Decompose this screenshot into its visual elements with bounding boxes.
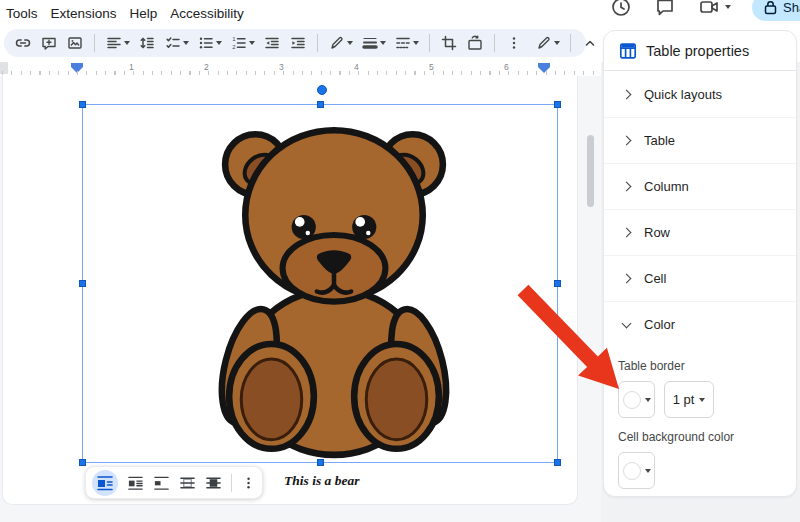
bulleted-list-caret-icon [216,41,222,45]
chevron-right-icon [622,136,632,146]
left-indent-marker[interactable] [71,63,83,73]
image-selection-box [82,104,558,463]
chevron-right-icon [622,274,632,284]
cell-background-color-picker[interactable] [618,452,655,489]
selection-handle-middle-right[interactable] [554,280,561,287]
wrap-more-options-kebab-icon[interactable] [241,474,256,492]
add-comment-icon[interactable] [38,32,60,54]
right-indent-marker[interactable] [538,63,550,73]
in-front-of-text-icon[interactable] [205,474,222,492]
meet-caret-icon[interactable] [725,5,731,9]
menu-extensions[interactable]: Extensions [51,6,117,21]
selection-handle-top-center[interactable] [317,101,324,108]
color-section-content: Table border 1 pt Cell background color [604,359,796,489]
vertical-scrollbar[interactable] [587,135,594,207]
bulleted-list-icon[interactable] [195,32,224,54]
border-color-caret-icon [347,41,353,45]
ruler-mark: 4 [354,62,359,72]
numbered-list-icon[interactable]: 12 [228,32,257,54]
increase-indent-icon[interactable] [287,32,309,54]
insert-link-icon[interactable] [12,32,34,54]
horizontal-ruler[interactable]: 1 2 3 4 5 6 [0,62,601,76]
selection-handle-bottom-center[interactable] [317,459,324,466]
comments-icon[interactable] [654,0,676,18]
hide-menus-chevron-up-icon[interactable] [579,32,601,54]
section-column[interactable]: Column [604,163,796,209]
border-dash-caret-icon [413,41,419,45]
svg-text:2: 2 [232,44,236,50]
table-border-label: Table border [618,359,796,373]
ruler-mark: 3 [279,62,284,72]
wrap-inline-icon[interactable] [92,470,118,496]
table-properties-header: Table properties [604,31,796,71]
toolbar-divider [570,34,571,52]
chevron-down-icon [622,318,632,328]
section-color[interactable]: Color [604,301,796,347]
selection-handle-middle-left[interactable] [79,280,86,287]
toolbar-divider [429,34,430,52]
selection-handle-bottom-left[interactable] [79,459,86,466]
document-caption-text[interactable]: This is a bear [284,473,359,489]
decrease-indent-icon[interactable] [261,32,283,54]
selection-handle-bottom-right[interactable] [554,459,561,466]
toolbar-divider [94,34,95,52]
crop-image-icon[interactable] [438,32,460,54]
table-border-color-picker[interactable] [618,381,655,418]
table-properties-panel: Table properties Quick layouts Table Col… [603,30,797,497]
border-color-picker-caret-icon [645,398,651,402]
ruler-corner-box [0,62,8,74]
topbar-right-actions: Share [610,0,800,23]
numbered-list-caret-icon [249,41,255,45]
cell-background-swatch [623,462,641,480]
toolbar-divider [317,34,318,52]
border-dash-icon[interactable] [392,32,421,54]
toolbar-divider [494,34,495,52]
section-cell[interactable]: Cell [604,255,796,301]
rotation-handle[interactable] [317,85,327,95]
share-button[interactable]: Share [752,0,800,21]
line-spacing-icon[interactable] [136,32,158,54]
selection-handle-top-right[interactable] [554,101,561,108]
table-icon [618,41,638,61]
border-color-swatch [623,391,641,409]
checklist-icon[interactable] [162,32,191,54]
chevron-right-icon [622,228,632,238]
editing-mode-pen-icon[interactable] [533,32,562,54]
border-width-icon[interactable] [359,32,388,54]
version-history-icon[interactable] [610,0,632,18]
ruler-mark: 1 [129,62,134,72]
border-width-value: 1 pt [673,392,695,407]
align-icon[interactable] [103,32,132,54]
ruler-mark: 5 [429,62,434,72]
border-width-caret-icon [380,41,386,45]
behind-text-icon[interactable] [179,474,196,492]
menu-accessibility[interactable]: Accessibility [170,6,244,21]
selection-handle-top-left[interactable] [79,101,86,108]
menu-help[interactable]: Help [130,6,158,21]
section-table[interactable]: Table [604,117,796,163]
border-width-dropdown-caret-icon [699,398,705,402]
border-width-dropdown[interactable]: 1 pt [664,381,714,418]
wrap-text-icon[interactable] [127,474,144,492]
meet-video-icon[interactable] [698,0,720,18]
cell-background-label: Cell background color [618,430,796,444]
main-toolbar: 12 [4,29,586,57]
menu-tools[interactable]: Tools [6,6,38,21]
section-quick-layouts[interactable]: Quick layouts [604,71,796,117]
share-lock-icon [764,0,777,15]
replace-image-icon[interactable] [464,32,486,54]
cell-background-picker-caret-icon [645,469,651,473]
panel-title: Table properties [646,43,749,59]
border-color-pen-icon[interactable] [326,32,355,54]
chevron-right-icon [622,182,632,192]
more-options-kebab-icon[interactable] [503,32,525,54]
editing-mode-caret-icon [554,41,560,45]
ruler-mark: 6 [504,62,509,72]
share-button-label: Share [783,0,800,15]
insert-image-icon[interactable] [64,32,86,54]
svg-text:1: 1 [232,36,236,42]
break-text-icon[interactable] [153,474,170,492]
section-row[interactable]: Row [604,209,796,255]
chevron-right-icon [622,89,632,99]
checklist-caret-icon [183,41,189,45]
